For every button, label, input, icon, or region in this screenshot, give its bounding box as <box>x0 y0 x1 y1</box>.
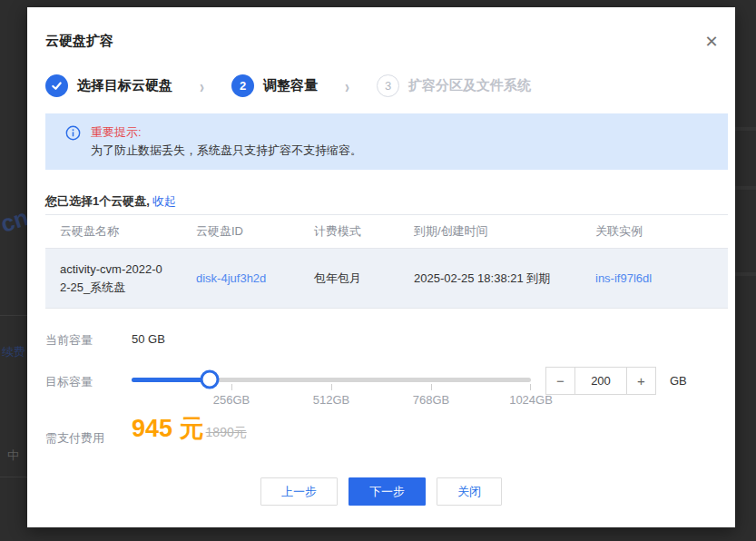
step-expand-partition: 3 扩容分区及文件系统 <box>377 74 531 97</box>
slider-tick <box>431 384 432 390</box>
step-adjust-capacity[interactable]: 2 调整容量 <box>231 74 318 97</box>
cell-disk-name: activity-cvm-2022-02-25_系统盘 <box>45 261 182 297</box>
current-capacity-value: 50 GB <box>132 332 165 346</box>
important-notice-alert: 重要提示: 为了防止数据丢失，系统盘只支持扩容不支持缩容。 <box>45 113 728 170</box>
next-step-button[interactable]: 下一步 <box>349 477 426 506</box>
slider-tick <box>331 384 332 390</box>
tick-label-512: 512GB <box>313 393 349 407</box>
cell-billing-mode: 包年包月 <box>299 270 399 287</box>
prev-step-button[interactable]: 上一步 <box>260 477 338 506</box>
capacity-stepper: − + <box>545 367 656 395</box>
tick-label-768: 768GB <box>413 393 449 407</box>
close-button[interactable]: 关闭 <box>437 477 502 506</box>
background-divider <box>0 315 27 316</box>
disk-table: 云硬盘名称 云硬盘ID 计费模式 到期/创建时间 关联实例 activity-c… <box>45 214 728 309</box>
background-right-hint <box>735 127 756 131</box>
header-expire-time: 到期/创建时间 <box>399 223 581 240</box>
background-renew-link: 续费 <box>2 344 25 360</box>
cell-disk-id: disk-4juf3h2d <box>182 271 299 285</box>
table-row: activity-cvm-2022-02-25_系统盘 disk-4juf3h2… <box>45 249 728 309</box>
tick-label-256: 256GB <box>213 393 250 407</box>
fee-value: 945 元1890元 <box>132 412 247 445</box>
check-icon <box>51 80 63 92</box>
header-disk-name: 云硬盘名称 <box>45 222 182 241</box>
current-capacity-label: 当前容量 <box>45 332 93 349</box>
header-billing-mode: 计费模式 <box>299 223 399 240</box>
target-capacity-label: 目标容量 <box>45 374 93 390</box>
fee-amount: 945 元 <box>132 415 204 442</box>
step-1-circle <box>45 74 68 97</box>
header-disk-id: 云硬盘ID <box>182 223 299 240</box>
instance-link[interactable]: ins-if97l6dl <box>595 271 652 285</box>
disk-expand-dialog: 云硬盘扩容 ✕ 选择目标云硬盘 › 2 调整容量 › 3 扩容分区及文件系统 <box>27 7 735 527</box>
selection-summary: 您已选择1个云硬盘,收起 <box>45 193 176 210</box>
step-select-disk[interactable]: 选择目标云硬盘 <box>45 74 172 97</box>
fee-original-price: 1890元 <box>206 425 247 439</box>
slider-fill <box>132 378 210 382</box>
stepper-minus-button[interactable]: − <box>545 367 574 395</box>
step-3-circle: 3 <box>377 74 399 97</box>
background-text: 中 <box>7 448 19 464</box>
disk-id-link[interactable]: disk-4juf3h2d <box>196 271 266 285</box>
capacity-slider[interactable]: 256GB 512GB 768GB 1024GB <box>132 369 531 410</box>
chevron-right-icon: › <box>200 75 204 97</box>
step-1-label: 选择目标云硬盘 <box>77 77 172 94</box>
background-right-hint <box>735 272 756 276</box>
info-icon <box>65 125 81 141</box>
step-2-label: 调整容量 <box>263 77 318 94</box>
tick-label-1024: 1024GB <box>509 393 553 407</box>
slider-tick <box>530 384 531 390</box>
table-header-row: 云硬盘名称 云硬盘ID 计费模式 到期/创建时间 关联实例 <box>45 214 728 249</box>
dialog-footer: 上一步 下一步 关闭 <box>27 477 735 506</box>
capacity-unit-label: GB <box>670 374 687 388</box>
chevron-right-icon: › <box>345 75 349 97</box>
step-3-label: 扩容分区及文件系统 <box>408 77 531 94</box>
step-2-circle: 2 <box>231 74 254 97</box>
step-indicator: 选择目标云硬盘 › 2 调整容量 › 3 扩容分区及文件系统 <box>45 74 531 97</box>
slider-tick <box>231 384 232 390</box>
header-instance: 关联实例 <box>581 223 728 240</box>
stepper-plus-button[interactable]: + <box>627 367 656 395</box>
cell-instance: ins-if97l6dl <box>581 271 728 285</box>
cell-expire-time: 2025-02-25 18:38:21 到期 <box>399 270 581 287</box>
collapse-link[interactable]: 收起 <box>152 194 176 208</box>
alert-body: 为了防止数据丢失，系统盘只支持扩容不支持缩容。 <box>91 142 713 160</box>
close-icon[interactable]: ✕ <box>699 29 724 54</box>
selection-text: 您已选择1个云硬盘, <box>45 194 150 208</box>
background-right-hint <box>735 186 756 190</box>
dialog-title: 云硬盘扩容 <box>45 33 113 50</box>
alert-title: 重要提示: <box>91 123 713 142</box>
fee-label: 需支付费用 <box>45 430 104 447</box>
background-divider <box>0 477 27 477</box>
capacity-input[interactable] <box>574 367 627 395</box>
slider-handle[interactable] <box>200 370 219 389</box>
